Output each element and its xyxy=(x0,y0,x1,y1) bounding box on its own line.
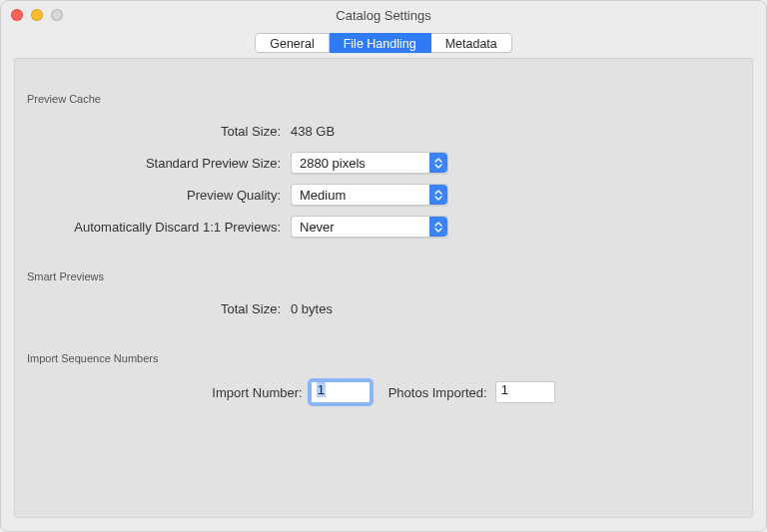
auto-discard-value: Never xyxy=(300,220,335,235)
tab-file-handling[interactable]: File Handling xyxy=(330,33,431,53)
preview-quality-dropdown[interactable]: Medium xyxy=(291,184,448,206)
tab-general[interactable]: General xyxy=(255,33,329,53)
preview-quality-label: Preview Quality: xyxy=(15,188,291,203)
total-size-value: 438 GB xyxy=(291,124,335,139)
chevron-up-down-icon xyxy=(429,185,447,205)
import-number-label: Import Number: xyxy=(212,385,302,400)
import-number-field[interactable]: 1 xyxy=(311,381,371,403)
chevron-up-down-icon xyxy=(429,153,447,173)
close-icon[interactable] xyxy=(11,9,23,21)
standard-preview-size-value: 2880 pixels xyxy=(300,156,366,171)
preview-cache-group: Total Size: 438 GB Standard Preview Size… xyxy=(15,115,752,243)
preview-cache-group-label: Preview Cache xyxy=(15,59,752,115)
preview-quality-value: Medium xyxy=(300,188,346,203)
tab-metadata[interactable]: Metadata xyxy=(431,33,512,53)
import-sequence-group-label: Import Sequence Numbers xyxy=(15,338,752,374)
smart-previews-group-label: Smart Previews xyxy=(15,257,752,292)
standard-preview-size-dropdown[interactable]: 2880 pixels xyxy=(291,152,448,174)
tab-bar: General File Handling Metadata xyxy=(1,29,766,59)
import-sequence-group: Import Number: 1 Photos Imported: 1 xyxy=(15,374,752,410)
photos-imported-label: Photos Imported: xyxy=(388,385,487,400)
standard-preview-size-label: Standard Preview Size: xyxy=(15,156,291,171)
smart-previews-group: Total Size: 0 bytes xyxy=(15,292,752,324)
photos-imported-field[interactable]: 1 xyxy=(495,381,555,403)
smart-total-size-label: Total Size: xyxy=(15,301,291,316)
content-panel: Preview Cache Total Size: 438 GB Standar… xyxy=(14,58,753,518)
tab-segmented-control: General File Handling Metadata xyxy=(255,33,512,53)
smart-total-size-value: 0 bytes xyxy=(291,301,333,316)
traffic-lights xyxy=(11,9,63,21)
window-title: Catalog Settings xyxy=(1,8,766,23)
photos-imported-value: 1 xyxy=(501,382,508,397)
total-size-label: Total Size: xyxy=(15,124,291,139)
auto-discard-dropdown[interactable]: Never xyxy=(291,216,448,238)
minimize-icon[interactable] xyxy=(31,9,43,21)
import-number-value: 1 xyxy=(317,382,326,397)
zoom-icon xyxy=(51,9,63,21)
titlebar: Catalog Settings xyxy=(1,1,766,29)
chevron-up-down-icon xyxy=(429,217,447,237)
auto-discard-label: Automatically Discard 1:1 Previews: xyxy=(15,220,291,235)
